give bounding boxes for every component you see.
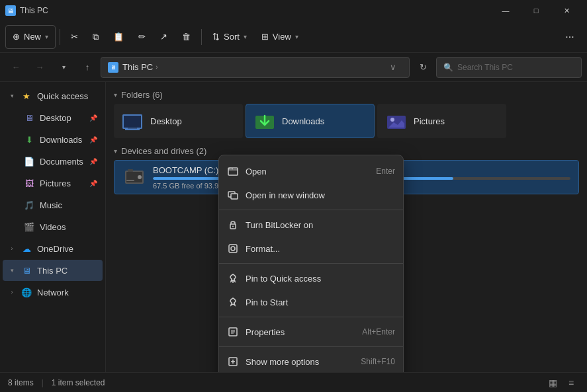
format-icon xyxy=(227,243,239,255)
open-shortcut: Enter xyxy=(376,167,395,176)
folders-chevron-icon: ▾ xyxy=(114,91,117,98)
location-icon: 🖥 xyxy=(108,62,118,73)
copy-icon: ⧉ xyxy=(93,32,99,42)
view-button[interactable]: ⊞ View ▾ xyxy=(255,25,305,49)
svg-point-9 xyxy=(390,118,394,122)
folders-section-header: ▾ Folders (6) xyxy=(114,90,579,100)
context-menu-show-more[interactable]: Show more options Shift+F10 xyxy=(219,350,403,372)
sidebar-item-onedrive[interactable]: › ☁ OneDrive xyxy=(3,238,103,259)
address-dropdown-button[interactable]: ∨ xyxy=(384,57,402,78)
selection-count: 1 item selected xyxy=(52,378,105,387)
folder-item-pictures[interactable]: Pictures xyxy=(377,104,506,138)
sort-icon: ⇅ xyxy=(212,32,220,42)
breadcrumb-chevron-icon: › xyxy=(156,63,158,71)
sidebar-item-downloads[interactable]: ⬇ Downloads 📌 xyxy=(3,129,103,150)
context-menu: Open Enter Open in new window xyxy=(218,155,404,372)
svg-rect-17 xyxy=(231,194,238,199)
sidebar-item-pictures[interactable]: 🖼 Pictures 📌 xyxy=(3,173,103,194)
new-label: New xyxy=(24,32,41,42)
context-menu-format[interactable]: Format... xyxy=(219,237,403,260)
ctx-sep-1 xyxy=(219,210,403,210)
main-layout: ▾ ★ Quick access 🖥 Desktop 📌 ⬇ Downloads… xyxy=(0,82,587,372)
drive-icon xyxy=(122,165,146,189)
svg-rect-20 xyxy=(229,245,237,253)
plus-icon: ⊕ xyxy=(13,32,20,42)
folder-item-downloads[interactable]: Downloads xyxy=(246,104,375,138)
maximize-button[interactable]: □ xyxy=(521,0,551,21)
sidebar-item-music[interactable]: 🎵 Music xyxy=(3,194,103,216)
context-menu-bitlocker[interactable]: Turn BitLocker on xyxy=(219,213,403,237)
title-bar-left: 🖥 This PC xyxy=(5,5,48,16)
sidebar-label-network: Network xyxy=(37,288,69,297)
onedrive-icon: ☁ xyxy=(21,243,32,254)
new-button[interactable]: ⊕ New ▾ xyxy=(5,25,56,49)
show-more-label: Show more options xyxy=(246,357,319,367)
star-icon: ★ xyxy=(21,91,32,101)
up-button[interactable]: ↑ xyxy=(77,57,98,78)
context-menu-open-new-window[interactable]: Open in new window xyxy=(219,183,403,207)
sidebar: ▾ ★ Quick access 🖥 Desktop 📌 ⬇ Downloads… xyxy=(0,82,106,372)
grid-view-button[interactable]: ▦ xyxy=(545,375,561,391)
delete-button[interactable]: 🗑 xyxy=(175,25,197,49)
sort-button[interactable]: ⇅ Sort ▾ xyxy=(206,25,253,49)
context-menu-properties[interactable]: Properties Alt+Enter xyxy=(219,320,403,344)
breadcrumb-pc: This PC xyxy=(122,62,153,72)
pin-start-icon xyxy=(227,296,239,308)
bitlocker-label: Turn BitLocker on xyxy=(246,220,313,230)
context-menu-pin-start[interactable]: Pin to Start xyxy=(219,290,403,314)
cut-button[interactable]: ✂ xyxy=(64,25,85,49)
ctx-sep-3 xyxy=(219,317,403,317)
back-button[interactable]: ← xyxy=(5,57,26,78)
sidebar-label-pictures: Pictures xyxy=(40,178,71,188)
copy-button[interactable]: ⧉ xyxy=(86,25,105,49)
pin-icon-documents: 📌 xyxy=(89,158,97,165)
toolbar-separator-2 xyxy=(201,29,202,45)
context-menu-open[interactable]: Open Enter xyxy=(219,159,403,183)
history-dropdown-button[interactable]: ▾ xyxy=(53,57,74,78)
forward-button[interactable]: → xyxy=(29,57,50,78)
cut-icon: ✂ xyxy=(71,32,78,42)
paste-button[interactable]: 📋 xyxy=(107,25,130,49)
address-bar: ← → ▾ ↑ 🖥 This PC › ∨ ↻ 🔍 Search This PC xyxy=(0,53,587,82)
rename-button[interactable]: ✏ xyxy=(132,25,152,49)
ctx-pin-quick-left: Pin to Quick access xyxy=(227,272,321,284)
open-icon xyxy=(227,165,239,177)
more-options-button[interactable]: ··· xyxy=(558,25,582,49)
list-view-button[interactable]: ≡ xyxy=(563,375,579,391)
pictures-icon: 🖼 xyxy=(24,178,34,188)
address-input[interactable]: 🖥 This PC › ∨ xyxy=(101,57,410,78)
status-separator: | xyxy=(42,378,44,387)
close-button[interactable]: ✕ xyxy=(551,0,582,21)
svg-point-21 xyxy=(231,247,235,251)
search-icon: 🔍 xyxy=(443,63,453,72)
sidebar-item-desktop[interactable]: 🖥 Desktop 📌 xyxy=(3,107,103,128)
sidebar-label-music: Music xyxy=(40,200,62,210)
new-chevron-icon: ▾ xyxy=(45,33,48,40)
pc-icon: 🖥 xyxy=(21,265,32,276)
refresh-button[interactable]: ↻ xyxy=(412,57,433,78)
minimize-button[interactable]: — xyxy=(490,0,521,21)
ctx-format-left: Format... xyxy=(227,243,280,255)
format-label: Format... xyxy=(246,244,280,254)
pin-icon: 📌 xyxy=(89,114,97,122)
toolbar-separator-1 xyxy=(60,29,60,45)
folder-item-desktop[interactable]: Desktop xyxy=(114,104,243,138)
ctx-bitlocker-left: Turn BitLocker on xyxy=(227,219,313,231)
folders-section-label: Folders (6) xyxy=(121,90,163,100)
sidebar-label-quick-access: Quick access xyxy=(37,91,88,101)
view-chevron-icon: ▾ xyxy=(295,33,298,40)
context-menu-pin-quick[interactable]: Pin to Quick access xyxy=(219,266,403,290)
app-icon: 🖥 xyxy=(5,5,16,16)
sidebar-item-videos[interactable]: 🎬 Videos xyxy=(3,216,103,237)
sidebar-item-thispc[interactable]: ▾ 🖥 This PC xyxy=(3,260,103,281)
share-button[interactable]: ↗ xyxy=(154,25,174,49)
title-bar: 🖥 This PC — □ ✕ xyxy=(0,0,587,21)
sidebar-label-documents: Documents xyxy=(40,157,83,167)
expand-icon: ▾ xyxy=(8,92,16,100)
sidebar-item-documents[interactable]: 📄 Documents 📌 xyxy=(3,151,103,172)
sidebar-item-network[interactable]: › 🌐 Network xyxy=(3,282,103,303)
sidebar-label-thispc: This PC xyxy=(37,266,68,276)
sidebar-item-quick-access[interactable]: ▾ ★ Quick access xyxy=(3,85,103,106)
search-box[interactable]: 🔍 Search This PC xyxy=(436,57,582,78)
window-title: This PC xyxy=(20,6,48,15)
